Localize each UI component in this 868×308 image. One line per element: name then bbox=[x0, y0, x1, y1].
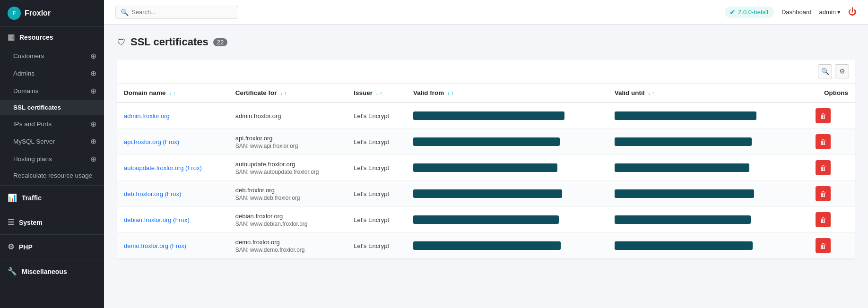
resources-icon: ▦ bbox=[8, 33, 15, 42]
sidebar-section-php[interactable]: ⚙ PHP bbox=[0, 237, 104, 257]
cell-issuer-0: Let's Encrypt bbox=[347, 103, 407, 129]
col-valid-until: Valid until ↓ ↑ bbox=[608, 84, 809, 103]
valid-from-bar-1 bbox=[413, 137, 564, 146]
delete-button-4[interactable]: 🗑 bbox=[816, 212, 831, 227]
delete-button-5[interactable]: 🗑 bbox=[816, 238, 831, 253]
admin-label: admin bbox=[819, 9, 836, 16]
san-text-5: SAN: www.demo.froxlor.org bbox=[235, 247, 340, 253]
search-wrap[interactable]: 🔍 bbox=[115, 6, 238, 19]
domain-link-2[interactable]: autoupdate.froxlor.org (Frox) bbox=[124, 164, 202, 171]
mysql-add-icon[interactable]: ⊕ bbox=[90, 137, 96, 146]
ssl-table-card: 🔍 ⚙ Domain name ↓ ↑ Certificate for ↓ ↑ bbox=[117, 60, 855, 259]
sidebar-section-system[interactable]: ☰ System bbox=[0, 212, 104, 232]
ssl-shield-icon: 🛡 bbox=[117, 37, 126, 47]
sidebar-item-recalculate[interactable]: Recalculate resource usage bbox=[0, 168, 104, 183]
sidebar-item-hosting-plans[interactable]: Hosting plans ⊕ bbox=[0, 150, 104, 168]
sidebar-section-resources[interactable]: ▦ Resources bbox=[0, 27, 104, 47]
cell-issuer-3: Let's Encrypt bbox=[347, 181, 407, 207]
version-badge: ✔ 2.0.0-beta1 bbox=[725, 7, 774, 18]
sidebar-section-miscellaneous[interactable]: 🔧 Miscellaneous bbox=[0, 261, 104, 282]
sidebar-divider-4 bbox=[0, 259, 104, 259]
logo-text: Froxlor bbox=[25, 9, 51, 17]
sidebar-item-mysql-label: MySQL Server bbox=[13, 138, 55, 145]
cell-cert-1: api.froxlor.orgSAN: www.api.froxlor.org bbox=[229, 129, 347, 155]
domain-link-0[interactable]: admin.froxlor.org bbox=[124, 112, 170, 120]
sidebar-divider-3 bbox=[0, 234, 104, 235]
cell-cert-3: deb.froxlor.orgSAN: www.deb.froxlor.org bbox=[229, 181, 347, 207]
domain-link-1[interactable]: api.froxlor.org (Frox) bbox=[124, 138, 179, 145]
sidebar-item-mysql[interactable]: MySQL Server ⊕ bbox=[0, 133, 104, 150]
valid-from-sort-icon[interactable]: ↓ ↑ bbox=[447, 90, 454, 96]
valid-until-bar-1 bbox=[615, 137, 766, 146]
sidebar-section-system-label: System bbox=[19, 219, 43, 226]
topbar-right: ✔ 2.0.0-beta1 Dashboard admin ▾ ⏻ bbox=[725, 7, 857, 18]
sidebar-item-domains-label: Domains bbox=[13, 87, 38, 94]
valid-from-bar-4 bbox=[413, 215, 564, 224]
delete-button-0[interactable]: 🗑 bbox=[816, 108, 831, 123]
domain-link-4[interactable]: debian.froxlor.org (Frox) bbox=[124, 216, 190, 223]
san-text-2: SAN: www.autoupdate.froxlor.org bbox=[235, 169, 340, 175]
system-icon: ☰ bbox=[8, 218, 14, 227]
valid-from-bar-2 bbox=[413, 163, 564, 172]
ips-add-icon[interactable]: ⊕ bbox=[90, 120, 96, 128]
issuer-sort-icon[interactable]: ↓ ↑ bbox=[376, 90, 382, 96]
sidebar-item-admins-label: Admins bbox=[13, 70, 35, 77]
table-row: api.froxlor.org (Frox)api.froxlor.orgSAN… bbox=[117, 129, 855, 155]
table-settings-button[interactable]: ⚙ bbox=[835, 64, 849, 78]
valid-from-bar-3 bbox=[413, 189, 564, 198]
admins-add-icon[interactable]: ⊕ bbox=[90, 69, 96, 78]
power-icon[interactable]: ⏻ bbox=[848, 7, 857, 17]
table-search-button[interactable]: 🔍 bbox=[818, 64, 832, 78]
cell-cert-0: admin.froxlor.org bbox=[229, 103, 347, 129]
san-text-3: SAN: www.deb.froxlor.org bbox=[235, 195, 340, 201]
version-label: 2.0.0-beta1 bbox=[738, 9, 769, 16]
cell-valid-from-4 bbox=[407, 207, 608, 233]
cell-cert-4: debian.froxlor.orgSAN: www.debian.froxlo… bbox=[229, 207, 347, 233]
sidebar-item-admins[interactable]: Admins ⊕ bbox=[0, 65, 104, 82]
san-text-4: SAN: www.debian.froxlor.org bbox=[235, 221, 340, 227]
delete-button-2[interactable]: 🗑 bbox=[816, 160, 831, 175]
domain-sort-icon[interactable]: ↓ ↑ bbox=[169, 90, 175, 96]
delete-button-3[interactable]: 🗑 bbox=[816, 186, 831, 201]
table-row: deb.froxlor.org (Frox)deb.froxlor.orgSAN… bbox=[117, 181, 855, 207]
table-row: admin.froxlor.orgadmin.froxlor.orgLet's … bbox=[117, 103, 855, 129]
cell-cert-5: demo.froxlor.orgSAN: www.demo.froxlor.or… bbox=[229, 233, 347, 259]
cell-domain-0: admin.froxlor.org bbox=[117, 103, 229, 129]
cell-options-4: 🗑 bbox=[809, 207, 855, 233]
sidebar-item-ssl-certificates[interactable]: SSL certificates bbox=[0, 100, 104, 115]
ssl-table: Domain name ↓ ↑ Certificate for ↓ ↑ Issu… bbox=[117, 84, 855, 259]
domains-add-icon[interactable]: ⊕ bbox=[90, 86, 96, 95]
sidebar-item-customers[interactable]: Customers ⊕ bbox=[0, 47, 104, 65]
sidebar-item-customers-label: Customers bbox=[13, 52, 44, 60]
valid-until-sort-icon[interactable]: ↓ ↑ bbox=[648, 90, 654, 96]
domain-link-5[interactable]: demo.froxlor.org (Frox) bbox=[124, 242, 186, 249]
cell-issuer-4: Let's Encrypt bbox=[347, 207, 407, 233]
cert-sort-icon[interactable]: ↓ ↑ bbox=[280, 90, 286, 96]
admin-dropdown[interactable]: admin ▾ bbox=[819, 9, 841, 16]
sidebar-item-domains[interactable]: Domains ⊕ bbox=[0, 82, 104, 100]
search-input[interactable] bbox=[131, 9, 233, 16]
sidebar-divider-1 bbox=[0, 185, 104, 186]
cell-cert-2: autoupdate.froxlor.orgSAN: www.autoupdat… bbox=[229, 155, 347, 181]
col-valid-from: Valid from ↓ ↑ bbox=[407, 84, 608, 103]
domain-link-3[interactable]: deb.froxlor.org (Frox) bbox=[124, 190, 181, 197]
sidebar-section-php-label: PHP bbox=[19, 243, 33, 251]
sidebar-item-ips-label: IPs and Ports bbox=[13, 120, 52, 128]
cell-options-1: 🗑 bbox=[809, 129, 855, 155]
delete-button-1[interactable]: 🗑 bbox=[816, 134, 831, 149]
col-domain-name: Domain name ↓ ↑ bbox=[117, 84, 229, 103]
cell-issuer-1: Let's Encrypt bbox=[347, 129, 407, 155]
valid-until-bar-4 bbox=[615, 215, 766, 224]
version-check-icon: ✔ bbox=[729, 8, 736, 17]
cell-valid-until-1 bbox=[608, 129, 809, 155]
col-cert-for: Certificate for ↓ ↑ bbox=[229, 84, 347, 103]
cell-valid-from-0 bbox=[407, 103, 608, 129]
cell-domain-1: api.froxlor.org (Frox) bbox=[117, 129, 229, 155]
customers-add-icon[interactable]: ⊕ bbox=[90, 51, 96, 60]
sidebar-section-traffic[interactable]: 📊 Traffic bbox=[0, 188, 104, 208]
hosting-add-icon[interactable]: ⊕ bbox=[90, 154, 96, 163]
table-row: autoupdate.froxlor.org (Frox)autoupdate.… bbox=[117, 155, 855, 181]
dashboard-link[interactable]: Dashboard bbox=[781, 9, 812, 16]
sidebar-item-hosting-label: Hosting plans bbox=[13, 155, 52, 163]
sidebar-item-ips-ports[interactable]: IPs and Ports ⊕ bbox=[0, 115, 104, 133]
